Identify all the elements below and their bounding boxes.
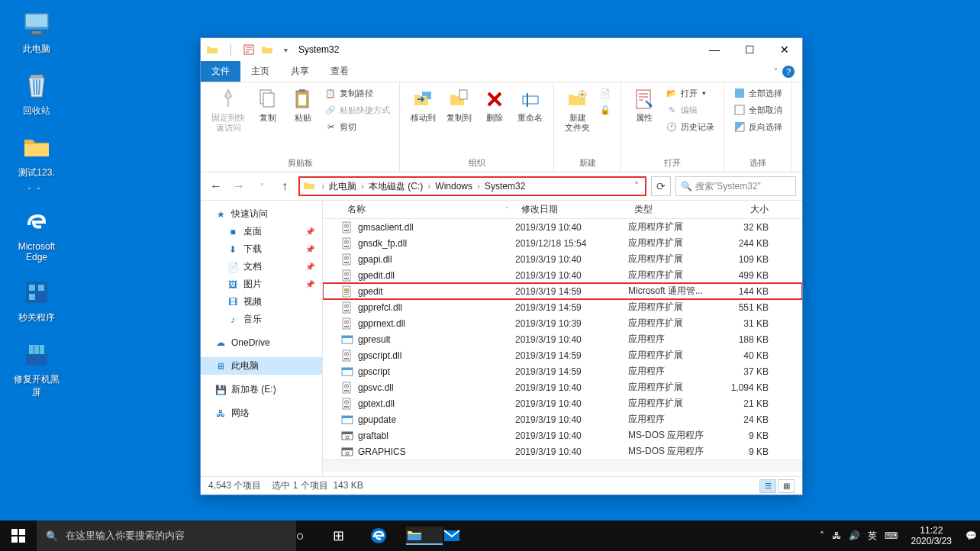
volume-icon[interactable]: 🔊 — [849, 530, 860, 541]
notifications-button[interactable]: 💬 — [965, 530, 977, 541]
desktop-icon-folder[interactable]: 测试123. 。。 — [8, 131, 66, 192]
desktop-icon-recycle-bin[interactable]: 回收站 — [8, 69, 66, 118]
sidebar-item-music[interactable]: ♪音乐 — [201, 311, 322, 328]
file-row[interactable]: gpapi.dll 2019/3/19 10:40 应用程序扩展 109 KB — [323, 251, 802, 267]
desktop-icon-this-pc[interactable]: 此电脑 — [8, 8, 66, 56]
horizontal-scrollbar[interactable] — [323, 459, 802, 472]
sidebar-this-pc[interactable]: 🖥此电脑 — [201, 357, 322, 375]
back-button[interactable]: ← — [207, 177, 225, 195]
copy-path-button[interactable]: 📋复制路径 — [321, 85, 393, 101]
file-row[interactable]: gpprnext.dll 2019/3/19 10:39 应用程序扩展 31 K… — [323, 315, 802, 331]
cortana-button[interactable]: ○ — [296, 528, 333, 544]
history-button[interactable]: 🕐历史记录 — [662, 119, 717, 134]
new-item-button[interactable]: 📄 — [596, 85, 614, 101]
crumb-pc[interactable]: 此电脑 — [326, 180, 359, 193]
col-type[interactable]: 类型 — [628, 203, 720, 216]
tab-share[interactable]: 共享 — [280, 61, 320, 82]
icons-view-button[interactable]: ▦ — [778, 479, 795, 493]
titlebar[interactable]: | ▾ System32 — ☐ ✕ — [201, 38, 802, 61]
sidebar-network[interactable]: 🖧网络 — [201, 404, 322, 422]
svg-point-69 — [346, 401, 347, 403]
file-row[interactable]: gpupdate 2019/3/19 10:40 应用程序 24 KB — [323, 411, 802, 427]
sidebar-quick-access[interactable]: ★快速访问 — [201, 205, 322, 223]
col-modified[interactable]: 修改日期 — [515, 203, 628, 216]
tab-file[interactable]: 文件 — [201, 61, 240, 82]
svg-rect-34 — [344, 246, 349, 247]
file-row[interactable]: gpedit 2019/3/19 14:59 Microsoft 通用管... … — [323, 283, 802, 299]
close-button[interactable]: ✕ — [767, 38, 802, 61]
col-size[interactable]: 大小 — [720, 203, 775, 216]
file-type: Microsoft 通用管... — [628, 285, 720, 298]
column-headers[interactable]: 名称˄ 修改日期 类型 大小 — [323, 201, 802, 219]
ime-indicator[interactable]: 英 — [868, 530, 877, 543]
file-row[interactable]: gptext.dll 2019/3/19 10:40 应用程序扩展 21 KB — [323, 395, 802, 411]
new-folder-button[interactable]: 新建 文件夹 — [560, 85, 595, 134]
file-row[interactable]: gnsdk_fp.dll 2019/12/18 15:54 应用程序扩展 244… — [323, 235, 802, 251]
file-row[interactable]: gpsvc.dll 2019/3/19 10:40 应用程序扩展 1,094 K… — [323, 379, 802, 395]
file-row[interactable]: gmsaclient.dll 2019/3/19 10:40 应用程序扩展 32… — [323, 219, 802, 235]
refresh-button[interactable]: ⟳ — [651, 176, 671, 196]
file-date: 2019/3/19 10:40 — [515, 414, 628, 425]
sidebar-item-desktop[interactable]: ■桌面📌 — [201, 223, 322, 240]
move-to-button[interactable]: 移动到 — [406, 85, 440, 124]
rename-button[interactable]: 重命名 — [513, 85, 547, 124]
file-row[interactable]: graftabl 2019/3/19 10:40 MS-DOS 应用程序 9 K… — [323, 427, 802, 443]
delete-button[interactable]: 删除 — [478, 85, 511, 124]
breadcrumb[interactable]: › 此电脑 › 本地磁盘 (C:) › Windows › System32 ˅ — [298, 176, 646, 196]
start-button[interactable] — [0, 520, 37, 551]
desktop-icon-repair[interactable]: 修复开机黑 屏 — [8, 338, 66, 399]
tab-view[interactable]: 查看 — [320, 61, 359, 82]
select-none-button[interactable]: 全部取消 — [730, 102, 785, 118]
sidebar-item-downloads[interactable]: ⬇下载📌 — [201, 240, 322, 258]
task-view-button[interactable]: ⊞ — [333, 527, 369, 544]
invert-selection-button[interactable]: 反向选择 — [730, 119, 785, 134]
tab-home[interactable]: 主页 — [240, 61, 280, 82]
taskbar-search[interactable]: 🔍 在这里输入你要搜索的内容 — [37, 520, 296, 551]
sidebar-item-videos[interactable]: 🎞视频 — [201, 293, 322, 311]
chevron-down-icon[interactable]: ▾ — [279, 43, 292, 56]
keyboard-icon[interactable]: ⌨ — [885, 530, 898, 541]
copy-to-button[interactable]: 复制到 — [442, 85, 476, 124]
crumb-system32[interactable]: System32 — [482, 181, 528, 192]
file-row[interactable]: gpprefcl.dll 2019/3/19 14:59 应用程序扩展 551 … — [323, 299, 802, 315]
folder-icon[interactable] — [260, 43, 274, 56]
crumb-windows[interactable]: Windows — [432, 181, 475, 192]
taskbar-edge[interactable] — [369, 527, 406, 545]
search-input[interactable]: 🔍 搜索"System32" — [675, 176, 796, 196]
select-all-button[interactable]: 全部选择 — [730, 85, 785, 101]
taskbar-explorer[interactable] — [406, 527, 443, 545]
recent-button[interactable]: ˅ — [253, 177, 271, 195]
desktop-icon-edge[interactable]: Microsoft Edge — [8, 206, 66, 263]
taskbar-mail[interactable] — [443, 527, 479, 545]
file-row[interactable]: GRAPHICS 2019/3/19 10:40 MS-DOS 应用程序 9 K… — [323, 443, 802, 459]
properties-icon[interactable] — [242, 43, 256, 56]
crumb-c[interactable]: 本地磁盘 (C:) — [366, 180, 426, 193]
file-row[interactable]: gpscript.dll 2019/3/19 14:59 应用程序扩展 40 K… — [323, 347, 802, 363]
cut-button[interactable]: ✂剪切 — [321, 119, 393, 134]
file-row[interactable]: gpresult 2019/3/19 10:40 应用程序 188 KB — [323, 331, 802, 347]
minimize-button[interactable]: — — [697, 38, 732, 61]
sidebar-item-pictures[interactable]: 🖼图片📌 — [201, 276, 322, 293]
sidebar-volume-e[interactable]: 💾新加卷 (E:) — [201, 381, 322, 398]
file-row[interactable]: gpedit.dll 2019/3/19 10:40 应用程序扩展 499 KB — [323, 267, 802, 283]
properties-button[interactable]: 属性 — [627, 85, 661, 124]
status-bar: 4,543 个项目 选中 1 个项目 143 KB ☰ ▦ — [201, 476, 802, 495]
sidebar-onedrive[interactable]: ☁OneDrive — [201, 334, 322, 351]
file-row[interactable]: gpscript 2019/3/19 14:59 应用程序 37 KB — [323, 363, 802, 379]
network-icon[interactable]: 🖧 — [832, 530, 841, 541]
copy-button[interactable]: 复制 — [251, 85, 285, 124]
details-view-button[interactable]: ☰ — [759, 479, 776, 493]
clock[interactable]: 11:22 2020/3/23 — [905, 525, 958, 547]
easy-access-button[interactable]: 🔓 — [596, 102, 614, 118]
col-name[interactable]: 名称˄ — [323, 203, 515, 216]
svg-point-65 — [346, 385, 347, 387]
ribbon-help[interactable]: ˅? — [766, 61, 802, 82]
maximize-button[interactable]: ☐ — [732, 38, 767, 61]
paste-button[interactable]: 粘贴 — [286, 85, 320, 124]
desktop-icon-shutdown[interactable]: 秒关程序 — [8, 276, 66, 324]
open-button[interactable]: 📂打开▾ — [662, 85, 717, 101]
up-button[interactable]: ↑ — [276, 177, 294, 195]
breadcrumb-dropdown[interactable]: ˅ — [631, 181, 642, 192]
sidebar-item-documents[interactable]: 📄文档📌 — [201, 258, 322, 276]
tray-expand[interactable]: ˄ — [820, 530, 824, 541]
